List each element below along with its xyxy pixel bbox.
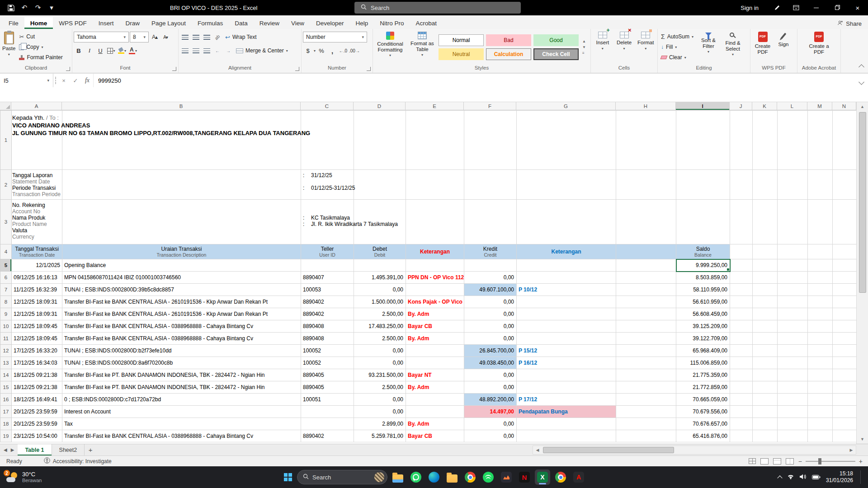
- cell-D13[interactable]: 0,00: [354, 357, 406, 369]
- ribbon-tab-wps-pdf[interactable]: WPS PDF: [53, 17, 93, 29]
- cell-M17[interactable]: [808, 406, 833, 418]
- ribbon-tab-home[interactable]: Home: [24, 17, 53, 29]
- cell-style-check[interactable]: Check Cell: [533, 48, 579, 60]
- cell-D15[interactable]: 2.500,00: [354, 381, 406, 394]
- cell-J14[interactable]: [730, 369, 753, 381]
- cell-H14[interactable]: [616, 369, 676, 381]
- cell-H12[interactable]: [616, 345, 676, 357]
- header-cell-D[interactable]: DebetDebit: [354, 244, 406, 259]
- show-desktop-button[interactable]: [860, 470, 862, 484]
- cell-G6[interactable]: [517, 272, 616, 284]
- pen-mode-icon[interactable]: [768, 0, 787, 15]
- font-size-select[interactable]: 8▾: [130, 32, 149, 42]
- cell-D18[interactable]: 2.899,00: [354, 418, 406, 430]
- cell-D10[interactable]: 17.483.250,00: [354, 320, 406, 333]
- cell-A17[interactable]: 20/12/25 23:59:59: [12, 406, 62, 418]
- cell-E9[interactable]: By. Adm: [406, 308, 464, 320]
- ribbon-tab-data[interactable]: Data: [229, 17, 254, 29]
- paste-button[interactable]: Paste▾: [1, 30, 16, 64]
- cell-B14[interactable]: Transfer BI-Fast ke PT. BANK DANAMON IND…: [62, 369, 301, 381]
- cell-M1[interactable]: [808, 111, 833, 170]
- cell-F2[interactable]: [464, 170, 517, 200]
- cell-C13[interactable]: 100052: [301, 357, 354, 369]
- cell-C5[interactable]: [301, 259, 354, 272]
- row-header-18[interactable]: 18: [0, 418, 12, 430]
- weather-widget[interactable]: 2 30°C Berawan: [0, 471, 42, 483]
- cell-L3[interactable]: [778, 200, 808, 244]
- cell-G2[interactable]: [517, 170, 616, 200]
- decrease-indent-button[interactable]: [212, 46, 222, 56]
- comma-style-button[interactable]: [327, 46, 337, 56]
- cell-J6[interactable]: [730, 272, 753, 284]
- cell-N10[interactable]: [833, 320, 857, 333]
- cell-K7[interactable]: [753, 284, 778, 296]
- cell-M13[interactable]: [808, 357, 833, 369]
- column-header-C[interactable]: C: [301, 102, 354, 110]
- cell-K19[interactable]: [753, 430, 778, 442]
- shrink-font-button[interactable]: [160, 32, 170, 42]
- name-box[interactable]: I5▾: [0, 74, 53, 87]
- row-header-2[interactable]: 2: [0, 170, 12, 200]
- cell-A19[interactable]: 23/12/25 10:54:00: [12, 430, 62, 442]
- cell-N15[interactable]: [833, 381, 857, 394]
- cell-B13[interactable]: TUNAI ; ESB:INDS:0002800D:8a6f70200c8b: [62, 357, 301, 369]
- cell-C14[interactable]: 8890405: [301, 369, 354, 381]
- cell-N2[interactable]: [833, 170, 857, 200]
- cell-L16[interactable]: [778, 394, 808, 406]
- cell-D17[interactable]: 0,00: [354, 406, 406, 418]
- cell-M16[interactable]: [808, 394, 833, 406]
- vertical-scrollbar[interactable]: ▲ ▼: [856, 102, 868, 444]
- cell-I2[interactable]: [676, 170, 730, 200]
- cell-F7[interactable]: 49.607.100,00: [464, 284, 517, 296]
- ribbon-tab-insert[interactable]: Insert: [93, 17, 120, 29]
- sign-in-button[interactable]: Sign in: [741, 5, 759, 11]
- cell-L6[interactable]: [778, 272, 808, 284]
- font-color-button[interactable]: ▾: [128, 46, 138, 56]
- minimize-button[interactable]: [806, 0, 826, 15]
- cell-N11[interactable]: [833, 333, 857, 345]
- cell-B19[interactable]: Transfer BI-Fast ke BANK CENTRAL ASIA - …: [62, 430, 301, 442]
- row-header-14[interactable]: 14: [0, 369, 12, 381]
- increase-decimal-button[interactable]: [338, 46, 348, 56]
- cell-K18[interactable]: [753, 418, 778, 430]
- cell-A18[interactable]: 20/12/25 23:59:59: [12, 418, 62, 430]
- row-header-15[interactable]: 15: [0, 381, 12, 394]
- cell-I5[interactable]: 9.999.250,00: [676, 259, 730, 272]
- titlebar-search[interactable]: Search: [354, 2, 521, 14]
- cell-D12[interactable]: 0,00: [354, 345, 406, 357]
- align-right-button[interactable]: [202, 46, 212, 56]
- cell-B2[interactable]: [62, 170, 301, 200]
- align-left-button[interactable]: [180, 46, 190, 56]
- cell-K4[interactable]: [753, 244, 778, 259]
- font-family-select[interactable]: Tahoma▾: [74, 32, 129, 42]
- insert-cells-button[interactable]: Insert▾: [592, 30, 613, 64]
- accounting-format-button[interactable]: [303, 46, 313, 56]
- column-header-D[interactable]: D: [354, 102, 406, 110]
- cell-F1[interactable]: [464, 111, 517, 170]
- cell-M6[interactable]: [808, 272, 833, 284]
- cell-G10[interactable]: [517, 320, 616, 333]
- cell-C10[interactable]: 8890408: [301, 320, 354, 333]
- cell-H13[interactable]: [616, 357, 676, 369]
- sheet-tab-table-1[interactable]: Table 1: [18, 444, 52, 455]
- column-header-N[interactable]: N: [832, 102, 856, 110]
- cell-F14[interactable]: 0,00: [464, 369, 517, 381]
- decrease-decimal-button[interactable]: [349, 46, 360, 56]
- clear-button[interactable]: Clear▾: [659, 52, 695, 63]
- alignment-dialog-launcher-icon[interactable]: [295, 67, 299, 71]
- cut-button[interactable]: Cut: [17, 32, 64, 42]
- cell-A13[interactable]: 17/12/25 16:34:03: [12, 357, 62, 369]
- cell-L15[interactable]: [778, 381, 808, 394]
- spotify-icon[interactable]: [481, 469, 496, 485]
- cell-F10[interactable]: 0,00: [464, 320, 517, 333]
- cell-E5[interactable]: [406, 259, 464, 272]
- cell-I18[interactable]: 70.676.657,00: [676, 418, 730, 430]
- cell-E12[interactable]: [406, 345, 464, 357]
- scroll-down-icon[interactable]: ▼: [857, 435, 868, 444]
- cell-G9[interactable]: [517, 308, 616, 320]
- cell-M18[interactable]: [808, 418, 833, 430]
- cell-L17[interactable]: [778, 406, 808, 418]
- cell-D7[interactable]: 0,00: [354, 284, 406, 296]
- cell-F13[interactable]: 49.038.450,00: [464, 357, 517, 369]
- row-header-16[interactable]: 16: [0, 394, 12, 406]
